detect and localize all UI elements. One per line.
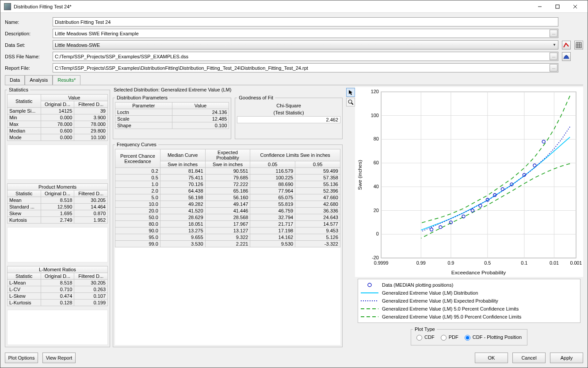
frequency-table: Percent Chance Exceedance Median Curve E…	[115, 149, 340, 247]
density-icon[interactable]	[562, 52, 571, 61]
svg-point-57	[368, 283, 371, 287]
table-row: Min0.0003.900	[8, 114, 108, 121]
svg-text:40: 40	[374, 184, 379, 189]
chart-legend: Data (MEDIAN plotting positions) General…	[358, 279, 580, 323]
table-row: Mode0.00010.100	[8, 134, 108, 141]
app-icon	[4, 3, 11, 10]
table-dataset-icon[interactable]	[574, 41, 583, 49]
description-label: Description:	[5, 31, 49, 36]
form-area: Name: Distribution Fitting Test 24 Descr…	[0, 13, 588, 74]
gof-name: Chi-Square	[276, 102, 301, 109]
gof-sub: (Test Statistic)	[274, 109, 304, 116]
table-row: Shape0.100	[115, 122, 229, 129]
svg-point-56	[542, 140, 545, 144]
table-row: Standard ...12.59014.464	[8, 204, 108, 210]
tab-results[interactable]: Results*	[53, 75, 80, 85]
zoom-tool-icon[interactable]	[346, 98, 355, 106]
minimize-button[interactable]	[531, 2, 549, 11]
probability-chart[interactable]: -200204060801001200.99990.990.90.50.10.0…	[355, 87, 583, 277]
table-row: 80.018.05117.96721.71714.577	[115, 221, 340, 228]
svg-text:-20: -20	[372, 255, 379, 261]
legend-distribution: Generalized Extreme Value (LM) Distribut…	[361, 289, 577, 297]
svg-rect-4	[576, 42, 581, 48]
table-row: 0.575.41179.685100.22557.358	[115, 175, 340, 181]
radio-pdf[interactable]: PDF	[441, 334, 458, 341]
radio-cdf[interactable]: CDF	[416, 334, 435, 341]
svg-point-45	[439, 226, 442, 229]
table-row: Scale12.485	[115, 116, 229, 122]
svg-text:Exceedance Probability: Exceedance Probability	[451, 269, 506, 276]
product-moments-table: Product Moments StatisticOriginal D...Fi…	[7, 183, 108, 224]
svg-text:60: 60	[374, 160, 379, 166]
close-button[interactable]	[566, 2, 584, 11]
legend-expected: Generalized Extreme Value (LM) Expected …	[361, 297, 577, 305]
svg-point-52	[501, 188, 504, 191]
table-row: 10.049.28249.14755.81942.680	[115, 201, 340, 208]
plot-options-button[interactable]: Plot Options	[5, 353, 38, 363]
statistics-legend: Statistics	[7, 87, 30, 92]
tab-strip: Data Analysis Results*	[0, 74, 588, 85]
middle-column: Selected Distribution: Generalized Extre…	[113, 87, 343, 347]
apply-button[interactable]: Apply	[550, 353, 583, 363]
table-row: 20.041.52041.44646.75936.336	[115, 208, 340, 214]
tab-data[interactable]: Data	[5, 75, 25, 85]
table-row: 5.056.19856.16065.07547.660	[115, 194, 340, 201]
cancel-button[interactable]: Cancel	[512, 353, 546, 363]
table-row: 95.09.6559.32214.1625.126	[115, 234, 340, 241]
svg-text:0.9: 0.9	[447, 260, 454, 266]
dssfile-field[interactable]: C:/Temp/SSP_Projects/SSP_Examples/SSP_EX…	[53, 52, 558, 61]
table-row: 2.064.43865.18677.96452.396	[115, 188, 340, 194]
svg-text:120: 120	[371, 89, 379, 94]
description-field[interactable]: Little Meadows SWE Filtering Example …	[53, 29, 558, 38]
svg-rect-1	[556, 5, 559, 8]
chart-column: -200204060801001200.99990.990.90.50.10.0…	[345, 87, 583, 347]
table-row: 90.013.27513.12717.1989.453	[115, 228, 340, 234]
svg-text:100: 100	[371, 113, 379, 118]
ok-button[interactable]: OK	[475, 353, 508, 363]
radio-cdf-plotting-position[interactable]: CDF - Plotting Position	[465, 334, 522, 341]
app-window: Distribution Fitting Test 24* Name: Dist…	[0, 0, 588, 368]
reportfile-browse-button[interactable]: …	[550, 64, 557, 72]
dataset-label: Data Set:	[5, 42, 49, 48]
table-row: Kurtosis2.7491.952	[8, 217, 108, 224]
svg-point-49	[479, 205, 482, 208]
pointer-tool-icon[interactable]	[346, 88, 355, 97]
legend-cl5: Generalized Extreme Value (LM) 5.0 Perce…	[361, 305, 577, 313]
dssfile-browse-button[interactable]: …	[550, 53, 557, 60]
titlebar: Distribution Fitting Test 24*	[0, 0, 588, 13]
tab-analysis[interactable]: Analysis	[25, 75, 53, 85]
svg-rect-11	[381, 92, 576, 258]
svg-text:Swe (inches): Swe (inches)	[357, 160, 363, 190]
window-title: Distribution Fitting Test 24*	[14, 4, 531, 9]
legend-data: Data (MEDIAN plotting positions)	[361, 281, 577, 289]
view-report-button[interactable]: View Report	[42, 353, 76, 363]
svg-text:20: 20	[374, 208, 379, 213]
svg-line-10	[351, 103, 353, 105]
dataset-combo[interactable]: Little Meadows-SWE▼	[53, 40, 558, 49]
table-row: Mean8.51830.205	[8, 197, 108, 204]
dssfile-label: DSS File Name:	[5, 54, 49, 59]
table-row: 0.281.84190.551116.57959.499	[115, 168, 340, 175]
frequency-curves-fieldset: Frequency Curves Percent Chance Exceedan…	[113, 142, 343, 347]
basic-stats-table: StatisticValue Original D...Filtered D..…	[7, 94, 108, 141]
svg-text:80: 80	[374, 137, 379, 142]
selected-distribution-label: Selected Distribution: Generalized Extre…	[113, 87, 343, 92]
reportfile-field[interactable]: C:\Temp\SSP_Projects\SSP_Examples\Distri…	[53, 63, 558, 72]
table-row: 50.028.62928.56832.79424.643	[115, 214, 340, 221]
chart-toolbar	[345, 87, 355, 277]
svg-point-47	[462, 215, 465, 218]
statistics-fieldset: Statistics StatisticValue Original D...F…	[5, 87, 110, 347]
svg-text:0.001: 0.001	[570, 260, 582, 266]
plot-dataset-icon[interactable]	[562, 41, 571, 49]
svg-text:0.1: 0.1	[521, 260, 527, 266]
table-row: L-Mean8.51830.205	[8, 280, 108, 286]
maximize-button[interactable]	[549, 2, 566, 11]
description-expand-button[interactable]: …	[550, 30, 557, 37]
name-field[interactable]: Distribution Fitting Test 24	[53, 17, 558, 27]
button-bar: Plot Options View Report OK Cancel Apply	[0, 350, 588, 368]
table-row: 1.070.12672.22288.69055.136	[115, 181, 340, 188]
dist-params-table: ParameterValue Loctn24.136Scale12.485Sha…	[115, 102, 229, 129]
legend-cl95: Generalized Extreme Value (LM) 95.0 Perc…	[361, 313, 577, 321]
table-row: Max78.00078.000	[8, 121, 108, 128]
table-row: Median0.60029.800	[8, 128, 108, 134]
